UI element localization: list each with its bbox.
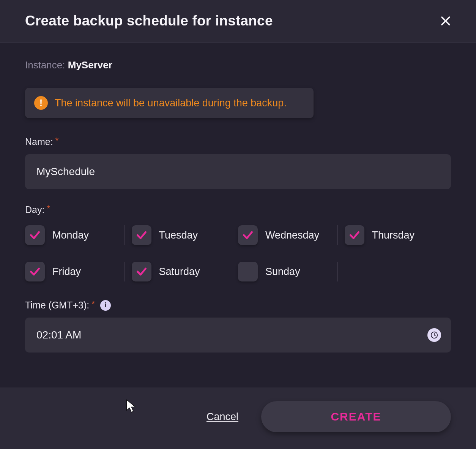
day-checkbox[interactable] (132, 262, 151, 281)
clock-icon[interactable] (427, 328, 441, 342)
close-button[interactable] (438, 13, 453, 28)
time-value: 02:01 AM (36, 329, 81, 341)
day-label: Friday (52, 266, 81, 278)
day-checkbox[interactable] (238, 225, 258, 245)
dialog-body: Instance: MyServer ! The instance will b… (0, 43, 476, 387)
day-label: Wednesday (265, 229, 319, 241)
day-checkbox[interactable] (25, 262, 45, 281)
dialog-footer: Cancel CREATE (0, 387, 476, 449)
close-icon (439, 14, 452, 27)
cursor-icon (125, 399, 137, 414)
day-option-monday[interactable]: Monday (25, 222, 132, 248)
day-label: Tuesday (159, 229, 198, 241)
day-checkbox[interactable] (345, 225, 364, 245)
warning-text: The instance will be unavailable during … (55, 97, 287, 109)
day-option-sunday[interactable]: Sunday (238, 259, 345, 285)
name-field: Name: * (25, 136, 451, 189)
day-option-friday[interactable]: Friday (25, 259, 132, 285)
day-label: Monday (52, 229, 89, 241)
warning-alert: ! The instance will be unavailable durin… (25, 88, 314, 118)
instance-name: MyServer (68, 59, 112, 71)
day-option-tuesday[interactable]: Tuesday (132, 222, 238, 248)
day-label: Saturday (159, 266, 200, 278)
time-input[interactable]: 02:01 AM (25, 318, 451, 353)
day-field: Day: * MondayTuesdayWednesdayThursdayFri… (25, 204, 451, 285)
day-label: Day: * (25, 204, 451, 215)
dialog-header: Create backup schedule for instance (0, 0, 476, 43)
day-option-saturday[interactable]: Saturday (132, 259, 238, 285)
cancel-button[interactable]: Cancel (206, 411, 238, 423)
dialog-title: Create backup schedule for instance (25, 13, 273, 29)
required-marker: * (91, 299, 95, 309)
day-checkbox[interactable] (25, 225, 45, 245)
info-icon[interactable]: i (100, 300, 111, 311)
days-grid: MondayTuesdayWednesdayThursdayFridaySatu… (25, 222, 451, 285)
warning-icon: ! (34, 96, 48, 110)
time-label: Time (GMT+3): * i (25, 300, 451, 311)
day-checkbox[interactable] (238, 262, 258, 281)
instance-label: Instance: (25, 59, 65, 71)
required-marker: * (47, 204, 50, 213)
create-button[interactable]: CREATE (261, 401, 451, 432)
day-label: Sunday (265, 266, 300, 278)
time-field: Time (GMT+3): * i 02:01 AM (25, 300, 451, 353)
day-option-thursday[interactable]: Thursday (345, 222, 451, 248)
required-marker: * (55, 136, 59, 145)
day-label: Thursday (372, 229, 415, 241)
day-checkbox[interactable] (132, 225, 151, 245)
name-label: Name: * (25, 136, 451, 147)
name-input[interactable] (25, 154, 451, 189)
day-option-wednesday[interactable]: Wednesday (238, 222, 345, 248)
create-backup-schedule-dialog: Create backup schedule for instance Inst… (0, 0, 476, 449)
instance-row: Instance: MyServer (25, 59, 451, 71)
